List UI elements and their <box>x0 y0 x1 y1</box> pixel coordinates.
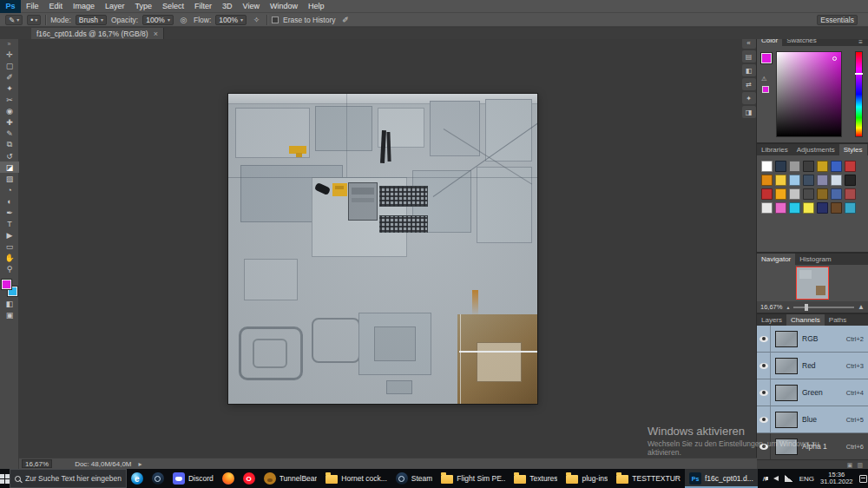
taskbar-item[interactable]: TESTTEXTUR <box>612 469 685 488</box>
notification-center-icon[interactable] <box>859 475 867 483</box>
style-swatch[interactable] <box>817 202 828 214</box>
menu-item[interactable]: Help <box>303 0 330 13</box>
taskbar-item[interactable]: Textures <box>510 469 562 488</box>
language-indicator[interactable]: ENG <box>799 475 814 483</box>
style-swatch[interactable] <box>831 161 842 172</box>
style-swatch[interactable] <box>775 161 786 172</box>
panel-tab[interactable]: Channels <box>786 314 825 326</box>
style-swatch[interactable] <box>789 161 800 172</box>
delete-channel-icon[interactable]: ▥ <box>857 462 863 469</box>
menu-item[interactable]: Image <box>68 0 100 13</box>
panel-tab[interactable]: Libraries <box>757 144 792 155</box>
menu-item[interactable]: Edit <box>44 0 69 13</box>
style-swatch[interactable] <box>831 202 842 214</box>
web-color-cube-icon[interactable] <box>762 86 769 93</box>
menu-item[interactable]: Filter <box>189 0 217 13</box>
document-tab[interactable]: f16c_cpt01.dds @ 16,7% (RGB/8) × <box>31 28 164 39</box>
new-channel-icon[interactable]: ▣ <box>847 462 853 469</box>
tool-crop[interactable]: ✂ <box>0 94 19 105</box>
channel-row[interactable]: Green Ctrl+4 <box>757 379 868 406</box>
menu-item[interactable]: Window <box>265 0 303 13</box>
flow-input[interactable]: 100% ▾ <box>215 15 247 25</box>
zoom-in-icon[interactable]: ▲ <box>858 303 865 311</box>
navigator-view-box[interactable] <box>796 267 829 300</box>
start-button[interactable] <box>0 469 10 488</box>
panel-tab[interactable]: Adjustments <box>792 144 839 155</box>
pressure-opacity-icon[interactable]: ◎ <box>178 15 189 25</box>
style-swatch[interactable] <box>845 202 856 214</box>
photoshop-logo[interactable]: Ps <box>0 0 21 13</box>
style-swatch[interactable] <box>803 188 814 200</box>
status-menu-arrow-icon[interactable]: ▸ <box>139 460 142 468</box>
panel-tab[interactable]: Navigator <box>757 254 795 265</box>
style-swatch[interactable] <box>817 175 828 186</box>
tool-preset-picker[interactable]: ✎ ▾ <box>5 15 23 25</box>
menu-item[interactable]: 3D <box>217 0 238 13</box>
channel-row[interactable]: RGB Ctrl+2 <box>757 326 868 353</box>
brush-preset-picker[interactable]: • ▾ <box>27 15 41 25</box>
tool-move[interactable]: ✛ <box>0 49 19 60</box>
erase-to-history-checkbox[interactable] <box>272 16 279 23</box>
clock[interactable]: 15:36 31.01.2022 <box>820 472 853 486</box>
style-swatch[interactable] <box>789 175 800 186</box>
menu-item[interactable]: Layer <box>100 0 130 13</box>
style-swatch[interactable] <box>845 188 856 200</box>
tool-type[interactable]: T <box>0 218 19 229</box>
style-swatch[interactable] <box>817 188 828 200</box>
collapsed-panel-icon[interactable]: ◧ <box>742 64 756 76</box>
visibility-toggle[interactable] <box>757 379 771 406</box>
opacity-input[interactable]: 100% ▾ <box>142 15 174 25</box>
taskbar-item[interactable]: TunnelBear <box>260 469 322 488</box>
hue-slider[interactable] <box>855 51 863 137</box>
style-swatch[interactable] <box>761 188 773 200</box>
foreground-color-swatch[interactable] <box>761 53 772 63</box>
network-icon[interactable] <box>785 475 793 482</box>
collapsed-panel-icon[interactable]: ⇄ <box>742 78 756 90</box>
tool-gradient[interactable]: ▨ <box>0 173 19 184</box>
airbrush-icon[interactable]: ✧ <box>251 15 262 25</box>
style-swatch[interactable] <box>775 202 786 214</box>
menu-item[interactable]: Type <box>130 0 158 13</box>
screen-mode-button[interactable]: ▣ <box>0 309 19 320</box>
taskbar-item[interactable]: Flight Sim PE... <box>437 469 510 488</box>
tool-marquee[interactable]: ▢ <box>0 60 19 71</box>
visibility-toggle[interactable] <box>757 406 771 432</box>
taskbar-item[interactable]: plug-ins <box>562 469 612 488</box>
tool-pen[interactable]: ✒ <box>0 207 19 218</box>
toolbar-collapse-icon[interactable]: » <box>0 39 18 49</box>
taskbar-item[interactable]: Discord <box>168 469 218 488</box>
panel-tab[interactable]: Histogram <box>795 254 835 265</box>
channel-row[interactable]: Red Ctrl+3 <box>757 353 868 379</box>
tool-hand[interactable]: ✋ <box>0 252 19 263</box>
style-swatch[interactable] <box>831 175 842 186</box>
style-swatch[interactable] <box>761 202 773 214</box>
tool-history-brush[interactable]: ↺ <box>0 150 19 162</box>
style-swatch[interactable] <box>789 188 800 200</box>
visibility-toggle[interactable] <box>757 433 771 459</box>
navigator-thumbnail[interactable] <box>796 267 829 300</box>
zoom-out-icon[interactable]: ▲ <box>786 305 790 310</box>
navigator-zoom-value[interactable]: 16,67% <box>760 303 782 311</box>
style-swatch[interactable] <box>845 175 856 186</box>
menu-item[interactable]: View <box>238 0 265 13</box>
tool-quick-selection[interactable]: ✦ <box>0 82 19 94</box>
taskbar-item[interactable] <box>148 469 168 488</box>
channel-row[interactable]: Blue Ctrl+5 <box>757 406 868 433</box>
collapsed-panel-icon[interactable]: ◨ <box>742 106 756 118</box>
style-swatch[interactable] <box>761 161 773 172</box>
tool-shape[interactable]: ▭ <box>0 241 19 252</box>
pressure-size-icon[interactable]: ✐ <box>340 15 352 25</box>
slider-thumb[interactable] <box>805 304 808 311</box>
navigator-zoom-slider[interactable] <box>793 307 854 308</box>
style-swatch[interactable] <box>775 175 786 186</box>
quick-mask-button[interactable]: ◧ <box>0 298 19 309</box>
style-swatch[interactable] <box>803 175 814 186</box>
taskbar-item[interactable]: Steam <box>391 469 437 488</box>
menu-item[interactable]: File <box>21 0 44 13</box>
tool-dodge[interactable]: ◐ <box>0 195 19 207</box>
panel-tab[interactable]: Paths <box>825 314 851 326</box>
close-icon[interactable]: × <box>154 30 158 38</box>
panel-tab[interactable]: Styles <box>839 144 867 155</box>
foreground-background-colors[interactable] <box>2 280 17 296</box>
taskbar-item[interactable]: O <box>239 469 260 488</box>
